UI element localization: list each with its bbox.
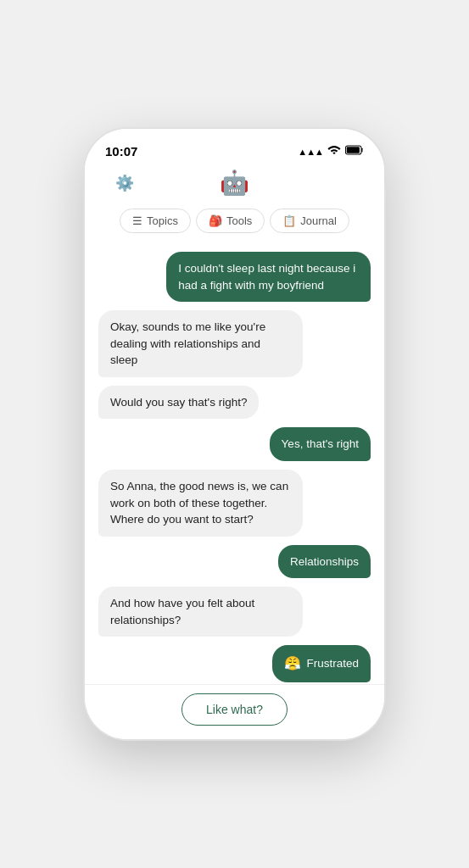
tab-topics-label: Topics [147, 214, 178, 227]
topics-icon: ☰ [132, 214, 142, 227]
chat-area: I couldn't sleep last night because i ha… [85, 242, 384, 684]
message-8[interactable]: 😤 Frustrated [272, 645, 371, 682]
frustrated-emoji: 😤 [284, 654, 301, 673]
message-7: And how have you felt about relationship… [98, 587, 303, 637]
message-1: I couldn't sleep last night because i ha… [166, 252, 371, 302]
status-icons: ▲▲▲ [298, 145, 364, 158]
svg-rect-1 [347, 147, 360, 153]
like-what-button[interactable]: Like what? [181, 693, 288, 726]
robot-icon: 🤖 [220, 169, 249, 197]
phone-notch: 10:07 ▲▲▲ [85, 129, 384, 242]
tab-bar: ☰ Topics 🎒 Tools 📋 Journal [102, 203, 367, 242]
wifi-icon [327, 145, 341, 158]
tab-tools-label: Tools [226, 214, 252, 227]
tab-journal[interactable]: 📋 Journal [270, 209, 349, 233]
battery-icon [345, 145, 364, 158]
message-2: Okay, sounds to me like you're dealing w… [98, 310, 303, 377]
gear-icon[interactable]: ⚙️ [115, 174, 134, 192]
message-4: Yes, that's right [270, 427, 371, 461]
phone-frame: 10:07 ▲▲▲ [85, 129, 384, 739]
message-3: Would you say that's right? [98, 386, 259, 420]
tab-tools[interactable]: 🎒 Tools [196, 209, 265, 233]
tab-journal-label: Journal [300, 214, 337, 227]
status-time: 10:07 [105, 144, 137, 159]
chat-bottom: Like what? [85, 684, 384, 739]
app-header: ⚙️ 🤖 [102, 162, 367, 203]
tools-icon: 🎒 [209, 214, 222, 227]
message-5: So Anna, the good news is, we can work o… [98, 470, 303, 537]
journal-icon: 📋 [282, 214, 296, 227]
tab-topics[interactable]: ☰ Topics [120, 209, 191, 233]
signal-icon: ▲▲▲ [298, 147, 323, 157]
message-6[interactable]: Relationships [278, 545, 371, 579]
status-bar: 10:07 ▲▲▲ [102, 137, 367, 162]
